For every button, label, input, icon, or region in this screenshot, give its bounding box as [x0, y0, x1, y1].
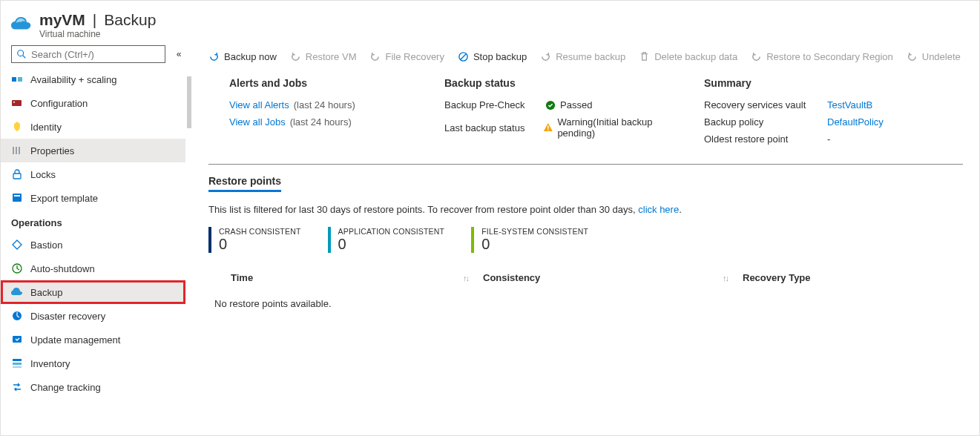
restore-desc-prefix: This list is filtered for last 30 days o… — [208, 204, 638, 215]
sidebar: « Availability + scaling Configuration I… — [1, 45, 192, 435]
sidebar-item-configuration[interactable]: Configuration — [1, 91, 185, 115]
sidebar-item-update-management[interactable]: Update management — [1, 328, 185, 351]
page-title: myVM — [39, 11, 85, 29]
svg-rect-14 — [13, 336, 22, 343]
backup-status-section: Backup status Backup Pre-Check Passed La… — [444, 77, 689, 151]
sidebar-item-locks[interactable]: Locks — [1, 162, 185, 186]
sidebar-item-availability-scaling[interactable]: Availability + scaling — [1, 67, 185, 91]
svg-rect-6 — [13, 147, 14, 154]
sidebar-item-identity[interactable]: Identity — [1, 115, 185, 139]
summary-heading: Summary — [704, 77, 963, 89]
counter-label: CRASH CONSISTENT — [219, 227, 301, 236]
sidebar-item-label: Identity — [30, 122, 62, 133]
resume-backup-icon — [540, 51, 551, 62]
toolbar-label: Delete backup data — [654, 51, 737, 62]
sidebar-item-label: Properties — [30, 145, 74, 156]
restore-desc-suffix: . — [679, 204, 682, 215]
summary-vault-link[interactable]: TestVaultB — [827, 99, 872, 110]
svg-rect-11 — [14, 195, 20, 196]
svg-rect-4 — [12, 100, 22, 106]
counter-application-consistent: APPLICATION CONSISTENT 0 — [328, 227, 445, 253]
sidebar-item-change-tracking[interactable]: Change tracking — [1, 375, 185, 399]
svg-point-0 — [18, 50, 24, 56]
summary-policy-link[interactable]: DefaultPolicy — [827, 116, 884, 128]
inventory-icon — [11, 357, 23, 369]
svg-rect-17 — [13, 366, 22, 368]
last-status-label: Last backup status — [444, 122, 539, 133]
restore-points-tab[interactable]: Restore points — [208, 175, 281, 192]
restore-desc-link[interactable]: click here — [638, 204, 679, 215]
resume-backup-button: Resume backup — [540, 51, 625, 62]
table-empty-message: No restore points available. — [208, 288, 963, 309]
precheck-value: Passed — [560, 99, 592, 110]
svg-rect-5 — [13, 102, 15, 103]
backup-now-button[interactable]: Backup now — [208, 51, 277, 62]
scaling-icon — [11, 73, 23, 85]
svg-rect-3 — [18, 77, 22, 82]
scrollbar-thumb[interactable] — [187, 76, 191, 128]
backup-icon — [11, 286, 23, 298]
sidebar-item-disaster-recovery[interactable]: Disaster recovery — [1, 304, 185, 328]
counter-crash-consistent: CRASH CONSISTENT 0 — [208, 227, 301, 253]
sidebar-item-label: Auto-shutdown — [30, 263, 95, 274]
disaster-recovery-icon — [11, 310, 23, 322]
sidebar-item-label: Bastion — [30, 240, 62, 251]
delete-backup-data-button: Delete backup data — [639, 51, 737, 62]
collapse-sidebar-button[interactable]: « — [171, 49, 186, 59]
sidebar-item-label: Change tracking — [30, 382, 101, 393]
svg-rect-9 — [13, 174, 21, 179]
sidebar-item-export-template[interactable]: Export template — [1, 186, 185, 210]
change-tracking-icon — [11, 381, 23, 393]
sidebar-item-auto-shutdown[interactable]: Auto-shutdown — [1, 257, 185, 280]
restore-vm-icon — [290, 51, 301, 62]
undelete-button: Undelete — [907, 51, 961, 62]
restore-secondary-icon — [751, 51, 762, 62]
col-header-consistency[interactable]: Consistency ↑↓ — [483, 272, 743, 283]
sidebar-item-properties[interactable]: Properties — [1, 139, 185, 162]
identity-icon — [11, 121, 23, 133]
sidebar-item-backup[interactable]: Backup — [1, 280, 185, 304]
search-icon — [16, 49, 27, 59]
svg-rect-8 — [19, 147, 20, 154]
svg-line-19 — [461, 54, 467, 60]
stop-backup-button[interactable]: Stop backup — [458, 51, 527, 62]
sort-icon: ↑↓ — [463, 274, 468, 283]
col-header-recovery-type[interactable]: Recovery Type — [743, 272, 963, 283]
sidebar-item-label: Inventory — [30, 358, 70, 369]
toolbar-label: Resume backup — [556, 51, 625, 62]
view-all-jobs-link[interactable]: View all Jobs — [229, 116, 286, 128]
sort-icon: ↑↓ — [723, 274, 728, 283]
toolbar-label: Stop backup — [473, 51, 527, 62]
clock-icon — [11, 262, 23, 274]
bastion-icon — [11, 239, 23, 251]
sidebar-item-inventory[interactable]: Inventory — [1, 351, 185, 375]
restore-points-section: Restore points This list is filtered for… — [192, 165, 979, 309]
lock-icon — [11, 168, 23, 180]
configuration-icon — [11, 97, 23, 109]
backup-now-icon — [208, 51, 220, 62]
col-header-time[interactable]: Time ↑↓ — [231, 272, 483, 283]
title-separator: | — [93, 11, 96, 29]
update-icon — [11, 334, 23, 346]
undelete-icon — [907, 51, 918, 62]
sidebar-item-label: Configuration — [30, 98, 88, 109]
properties-icon — [11, 145, 23, 156]
sidebar-item-label: Backup — [30, 287, 62, 298]
export-template-icon — [11, 192, 23, 204]
search-input[interactable] — [27, 49, 160, 60]
sidebar-nav[interactable]: Availability + scaling Configuration Ide… — [1, 67, 192, 435]
counter-value: 0 — [219, 236, 301, 253]
toolbar-label: Restore VM — [306, 51, 357, 62]
sidebar-section-operations: Operations — [1, 210, 185, 233]
warning-triangle-icon — [543, 122, 553, 133]
view-all-alerts-link[interactable]: View all Alerts — [229, 99, 289, 110]
summary-oldest-label: Oldest restore point — [704, 133, 823, 145]
toolbar-label: Restore to Secondary Region — [766, 51, 893, 62]
alerts-jobs-section: Alerts and Jobs View all Alerts (last 24… — [229, 77, 430, 151]
summary-section: Summary Recovery services vault TestVaul… — [704, 77, 963, 151]
toolbar-label: Backup now — [224, 51, 277, 62]
sidebar-item-bastion[interactable]: Bastion — [1, 233, 185, 257]
svg-rect-22 — [547, 130, 548, 131]
restore-secondary-button: Restore to Secondary Region — [751, 51, 893, 62]
search-box[interactable] — [11, 45, 165, 63]
